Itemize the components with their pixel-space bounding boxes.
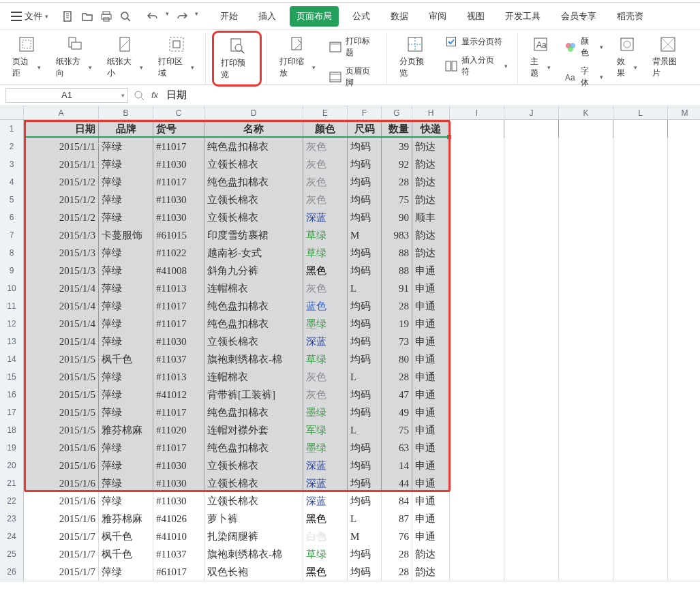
empty-cell[interactable] xyxy=(504,226,559,245)
empty-cell[interactable] xyxy=(668,421,700,440)
data-cell[interactable]: 均码 xyxy=(348,297,382,316)
data-cell[interactable]: #11017 xyxy=(153,138,204,156)
empty-cell[interactable] xyxy=(504,563,559,581)
data-cell[interactable]: 立领长棉衣 xyxy=(204,492,303,510)
data-cell[interactable]: 韵达 xyxy=(412,226,450,245)
empty-cell[interactable] xyxy=(668,510,700,528)
empty-cell[interactable] xyxy=(668,138,700,156)
empty-cell[interactable] xyxy=(613,350,668,369)
data-cell[interactable]: 75 xyxy=(382,191,412,209)
data-cell[interactable]: 2015/1/4 xyxy=(24,297,99,316)
page-break-preview-button[interactable]: 分页预览 xyxy=(395,33,436,82)
data-cell[interactable]: 均码 xyxy=(348,492,382,510)
empty-cell[interactable] xyxy=(504,155,559,174)
empty-cell[interactable] xyxy=(613,457,668,475)
empty-cell[interactable] xyxy=(613,403,668,422)
row-header[interactable]: 25 xyxy=(0,545,24,564)
data-cell[interactable]: 纯色盘扣棉衣 xyxy=(204,403,303,422)
empty-cell[interactable] xyxy=(450,155,504,174)
empty-cell[interactable] xyxy=(450,350,504,369)
data-cell[interactable]: 萍绿 xyxy=(99,191,153,209)
data-cell[interactable]: 44 xyxy=(382,474,412,493)
data-cell[interactable]: #11037 xyxy=(153,350,204,369)
cancel-icon[interactable] xyxy=(134,90,144,101)
empty-cell[interactable] xyxy=(613,439,668,457)
data-cell[interactable]: 983 xyxy=(382,226,412,245)
empty-cell[interactable] xyxy=(504,191,559,209)
empty-cell[interactable] xyxy=(504,421,559,440)
empty-cell[interactable] xyxy=(504,403,559,422)
data-cell[interactable]: 2015/1/5 xyxy=(24,386,99,404)
data-cell[interactable]: 73 xyxy=(382,333,412,351)
data-cell[interactable]: 90 xyxy=(382,209,412,227)
data-cell[interactable]: 萍绿 xyxy=(99,457,153,475)
header-cell[interactable]: 颜色 xyxy=(303,120,348,138)
data-cell[interactable]: 2015/1/2 xyxy=(24,191,99,209)
data-cell[interactable]: 纯色盘扣棉衣 xyxy=(204,439,303,457)
data-cell[interactable]: 申通 xyxy=(412,315,450,333)
data-cell[interactable]: 均码 xyxy=(348,209,382,227)
row-header[interactable]: 15 xyxy=(0,368,24,386)
file-menu[interactable]: 文件 ▾ xyxy=(7,7,52,25)
column-header[interactable]: A xyxy=(24,106,99,120)
empty-cell[interactable] xyxy=(613,421,668,440)
print-icon[interactable] xyxy=(100,10,112,22)
empty-cell[interactable] xyxy=(613,315,668,333)
row-header[interactable]: 6 xyxy=(0,209,24,227)
empty-cell[interactable] xyxy=(504,173,559,192)
data-cell[interactable]: 草绿 xyxy=(303,545,348,564)
empty-cell[interactable] xyxy=(450,545,504,564)
row-header[interactable]: 12 xyxy=(0,315,24,333)
data-cell[interactable]: 韵达 xyxy=(412,563,450,581)
row-header[interactable]: 24 xyxy=(0,528,24,546)
empty-cell[interactable] xyxy=(450,439,504,457)
row-header[interactable]: 19 xyxy=(0,439,24,457)
data-cell[interactable]: 黑色 xyxy=(303,510,348,528)
empty-cell[interactable] xyxy=(450,474,504,493)
header-cell[interactable]: 货号 xyxy=(153,120,204,138)
empty-cell[interactable] xyxy=(504,439,559,457)
data-cell[interactable]: 灰色 xyxy=(303,155,348,174)
data-cell[interactable]: 背带裤[工装裤] xyxy=(204,386,303,404)
empty-cell[interactable] xyxy=(559,173,613,192)
empty-cell[interactable] xyxy=(613,120,668,138)
color-button[interactable]: 颜色▾ xyxy=(562,34,606,60)
empty-cell[interactable] xyxy=(450,262,504,280)
data-cell[interactable]: #11020 xyxy=(153,421,204,440)
theme-button[interactable]: Aa 主题▾ xyxy=(526,33,555,82)
data-cell[interactable]: #11013 xyxy=(153,368,204,386)
data-cell[interactable]: 立领长棉衣 xyxy=(204,191,303,209)
data-cell[interactable]: 灰色 xyxy=(303,173,348,192)
data-cell[interactable]: 2015/1/5 xyxy=(24,368,99,386)
header-cell[interactable]: 品牌 xyxy=(99,120,153,138)
data-cell[interactable]: L xyxy=(348,279,382,298)
data-cell[interactable]: #41026 xyxy=(153,510,204,528)
empty-cell[interactable] xyxy=(559,297,613,316)
empty-cell[interactable] xyxy=(613,191,668,209)
print-preview-button[interactable]: 打印预览 xyxy=(214,33,259,85)
empty-cell[interactable] xyxy=(450,510,504,528)
empty-cell[interactable] xyxy=(668,474,700,493)
fx-icon[interactable]: fx xyxy=(151,90,158,100)
data-cell[interactable]: 萍绿 xyxy=(99,279,153,298)
data-cell[interactable]: 纯色盘扣棉衣 xyxy=(204,315,303,333)
empty-cell[interactable] xyxy=(504,350,559,369)
data-cell[interactable]: 立领长棉衣 xyxy=(204,209,303,227)
data-cell[interactable]: #11017 xyxy=(153,403,204,422)
data-cell[interactable]: 均码 xyxy=(348,545,382,564)
data-cell[interactable]: 草绿 xyxy=(303,244,348,262)
data-cell[interactable]: 申通 xyxy=(412,297,450,316)
data-cell[interactable]: #41010 xyxy=(153,528,204,546)
data-cell[interactable]: 雅芬棉麻 xyxy=(99,510,153,528)
data-cell[interactable]: 墨绿 xyxy=(303,439,348,457)
data-cell[interactable]: 黑色 xyxy=(303,262,348,280)
column-header[interactable]: C xyxy=(153,106,204,120)
data-cell[interactable]: #11022 xyxy=(153,244,204,262)
empty-cell[interactable] xyxy=(559,262,613,280)
column-header[interactable]: B xyxy=(99,106,153,120)
row-header[interactable]: 16 xyxy=(0,386,24,404)
empty-cell[interactable] xyxy=(450,528,504,546)
data-cell[interactable]: 萍绿 xyxy=(99,386,153,404)
data-cell[interactable]: 均码 xyxy=(348,315,382,333)
header-cell[interactable]: 数量 xyxy=(382,120,412,138)
